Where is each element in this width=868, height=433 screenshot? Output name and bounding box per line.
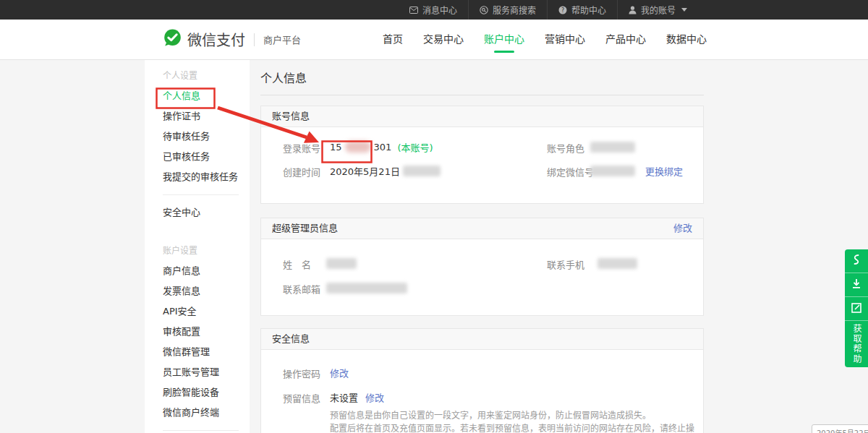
page-head: 个人信息 bbox=[260, 59, 704, 95]
super-admin-card-header: 超级管理员信息 修改 bbox=[261, 218, 703, 239]
super-admin-edit-link[interactable]: 修改 bbox=[673, 218, 692, 239]
my-account-item[interactable]: 我的账号 bbox=[618, 0, 698, 20]
get-help-button[interactable]: 获取帮助 bbox=[845, 320, 868, 367]
nav-home[interactable]: 首页 bbox=[383, 20, 403, 59]
login-account-suffix: 301 bbox=[374, 142, 392, 153]
mail-icon bbox=[409, 7, 418, 14]
sidebar-group-personal-settings: 个人设置 bbox=[145, 66, 250, 86]
svg-text:?: ? bbox=[561, 7, 564, 13]
service-provider-search-item[interactable]: 服务商搜索 bbox=[469, 0, 548, 20]
super-admin-title: 超级管理员信息 bbox=[272, 218, 338, 239]
reserved-info-desc-line1: 预留信息是由你自己设置的一段文字，用来鉴定网站身份，防止假冒网站造成损失。 bbox=[330, 410, 703, 423]
nav-account-center[interactable]: 账户中心 bbox=[484, 20, 524, 59]
link-icon bbox=[851, 254, 861, 268]
help-center-label: 帮助中心 bbox=[571, 4, 606, 16]
contact-phone-label: 联系手机 bbox=[547, 257, 584, 271]
message-center-label: 消息中心 bbox=[422, 4, 457, 16]
security-info-card: 安全信息 操作密码 修改 预留信息 未设置 修改 预留信息是由你自己设置的一段文… bbox=[260, 328, 704, 433]
help-circle-icon: ? bbox=[558, 6, 567, 14]
nav-marketing-center[interactable]: 营销中心 bbox=[545, 20, 585, 59]
operation-password-label: 操作密码 bbox=[283, 366, 320, 380]
edit-icon bbox=[851, 302, 861, 316]
reserved-info-edit-link[interactable]: 修改 bbox=[365, 390, 384, 404]
wechat-pay-logo-icon bbox=[163, 28, 182, 51]
security-info-card-header: 安全信息 bbox=[261, 329, 703, 350]
created-time-value: 2020年5月21日 bbox=[330, 164, 400, 178]
main-nav: 首页 交易中心 账户中心 营销中心 产品中心 数据中心 bbox=[383, 20, 707, 59]
reserved-info-value: 未设置 bbox=[330, 390, 358, 404]
sidebar-item-reviewed-tasks[interactable]: 已审核任务 bbox=[145, 147, 250, 167]
account-info-card-header: 账号信息 bbox=[261, 106, 703, 127]
sidebar-item-personal-info[interactable]: 个人信息 bbox=[145, 86, 250, 106]
admin-name-redacted bbox=[326, 258, 357, 269]
sidebar-item-api-security[interactable]: API安全 bbox=[145, 301, 250, 322]
sidebar-item-invoice-info[interactable]: 发票信息 bbox=[145, 281, 250, 301]
security-info-title: 安全信息 bbox=[272, 329, 310, 349]
created-time-label: 创建时间 bbox=[283, 165, 320, 179]
feedback-button[interactable] bbox=[845, 296, 868, 320]
sidebar: 个人设置 个人信息 操作证书 待审核任务 已审核任务 我提交的审核任务 安全中心… bbox=[145, 59, 250, 433]
utility-topbar: 消息中心 服务商搜索 ? 帮助中心 我的账号 bbox=[0, 0, 868, 20]
my-account-label: 我的账号 bbox=[641, 4, 676, 16]
account-role-redacted bbox=[590, 142, 635, 153]
reserved-info-label: 预留信息 bbox=[283, 391, 320, 405]
contact-phone-redacted bbox=[597, 258, 637, 269]
nav-product-center[interactable]: 产品中心 bbox=[605, 20, 646, 59]
contact-service-button[interactable] bbox=[845, 249, 868, 273]
contact-email-redacted bbox=[326, 283, 407, 293]
page-title: 个人信息 bbox=[260, 59, 704, 86]
utility-menu: 消息中心 服务商搜索 ? 帮助中心 我的账号 bbox=[399, 0, 698, 20]
sidebar-item-staff-account-management[interactable]: 员工账号管理 bbox=[145, 362, 250, 382]
sidebar-divider bbox=[163, 194, 239, 195]
contact-email-label: 联系邮箱 bbox=[283, 282, 320, 296]
sidebar-item-wechat-merchant-terminal[interactable]: 微信商户终端 bbox=[145, 403, 250, 423]
login-account-redacted bbox=[345, 141, 371, 153]
sidebar-item-operation-certificate[interactable]: 操作证书 bbox=[145, 106, 250, 127]
bound-wechat-label: 绑定微信号 bbox=[547, 165, 594, 179]
brand[interactable]: 微信支付 商户平台 bbox=[163, 20, 301, 59]
sidebar-item-wechat-group-management[interactable]: 微信群管理 bbox=[145, 342, 250, 362]
brand-name: 微信支付 bbox=[187, 29, 245, 50]
bound-wechat-redacted bbox=[590, 166, 635, 176]
message-center-item[interactable]: 消息中心 bbox=[399, 0, 469, 20]
account-info-card: 账号信息 登录账号 15 301 (本账号) 账号角色 创建时间 bbox=[260, 106, 704, 204]
created-time-redacted bbox=[403, 166, 441, 176]
login-account-label: 登录账号 bbox=[283, 141, 320, 155]
sidebar-item-pending-review-tasks[interactable]: 待审核任务 bbox=[145, 127, 250, 147]
user-icon bbox=[629, 6, 637, 14]
search-circle-icon bbox=[480, 6, 488, 14]
service-provider-search-label: 服务商搜索 bbox=[493, 4, 536, 16]
help-center-item[interactable]: ? 帮助中心 bbox=[548, 0, 618, 20]
brand-divider bbox=[254, 33, 255, 46]
sidebar-item-security-center[interactable]: 安全中心 bbox=[145, 202, 250, 223]
account-role-label: 账号角色 bbox=[547, 141, 584, 155]
sidebar-item-merchant-info[interactable]: 商户信息 bbox=[145, 261, 250, 281]
rebind-link[interactable]: 更换绑定 bbox=[645, 164, 683, 178]
sidebar-group-account-settings: 账户设置 bbox=[145, 241, 250, 261]
admin-name-label: 姓 名 bbox=[283, 257, 311, 271]
floating-toolbar: 获取帮助 bbox=[845, 249, 868, 367]
account-info-title: 账号信息 bbox=[272, 106, 310, 127]
download-button[interactable] bbox=[845, 273, 868, 296]
super-admin-card: 超级管理员信息 修改 姓 名 联系手机 联系邮箱 bbox=[260, 218, 704, 316]
download-icon bbox=[851, 278, 861, 292]
sidebar-item-face-smart-device[interactable]: 刷脸智能设备 bbox=[145, 382, 250, 403]
brand-header: 微信支付 商户平台 首页 交易中心 账户中心 营销中心 产品中心 数据中心 bbox=[0, 20, 868, 60]
sidebar-item-my-submitted-review-tasks[interactable]: 我提交的审核任务 bbox=[145, 167, 250, 187]
nav-data-center[interactable]: 数据中心 bbox=[666, 20, 707, 59]
reserved-info-description: 预留信息是由你自己设置的一段文字，用来鉴定网站身份，防止假冒网站造成损失。 配置… bbox=[330, 410, 703, 433]
login-account-prefix: 15 bbox=[330, 142, 342, 153]
nav-transaction-center[interactable]: 交易中心 bbox=[423, 20, 464, 59]
operation-password-edit-link[interactable]: 修改 bbox=[330, 366, 349, 380]
date-tooltip: 2020年5月22日 bbox=[812, 424, 868, 433]
main-content: 个人信息 账号信息 登录账号 15 301 (本账号) 账号角色 bbox=[260, 59, 704, 433]
chevron-down-icon bbox=[681, 8, 687, 12]
sidebar-divider-bottom bbox=[163, 430, 239, 431]
current-account-tag: (本账号) bbox=[397, 140, 433, 154]
portal-name: 商户平台 bbox=[263, 33, 301, 46]
merchant-platform-page: 消息中心 服务商搜索 ? 帮助中心 我的账号 bbox=[0, 0, 868, 433]
sidebar-item-review-config[interactable]: 审核配置 bbox=[145, 322, 250, 342]
reserved-info-desc-line2: 配置后将在首页及充值页面显示。若未看到预留信息，表明当前访问的网站存在风险，请终… bbox=[330, 423, 703, 433]
